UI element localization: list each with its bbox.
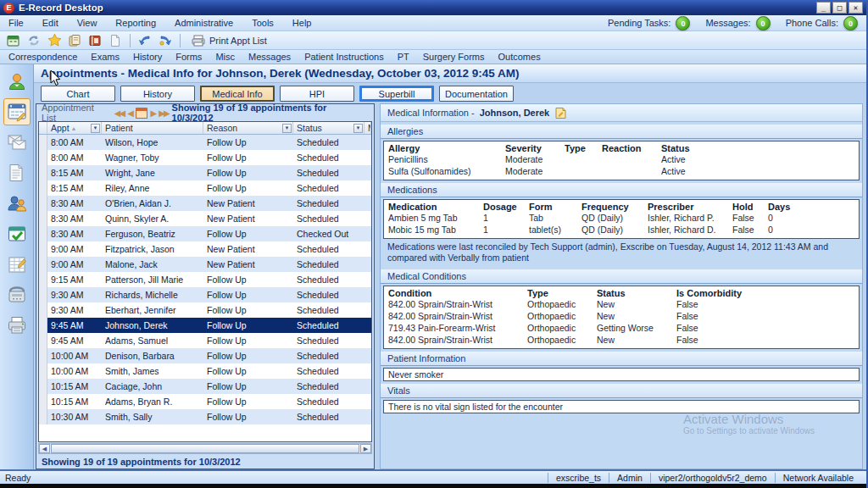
appointment-row[interactable]: 10:15 AM Caciage, John Follow Up Schedul… xyxy=(39,379,371,394)
favorites-star-icon[interactable] xyxy=(46,33,63,48)
row-selector[interactable] xyxy=(39,196,47,211)
fax-icon[interactable] xyxy=(3,312,31,339)
appointments-icon[interactable] xyxy=(3,98,31,125)
row-selector[interactable] xyxy=(39,363,47,379)
module-tab[interactable]: Patient Instructions xyxy=(304,52,384,62)
appointment-row[interactable]: 9:00 AM Fitzpatrick, Jason New Patient S… xyxy=(39,241,371,257)
appointment-row[interactable]: 8:30 AM Quinn, Skyler A. New Patient Sch… xyxy=(39,211,371,226)
medication-row[interactable]: Mobic 15 mg Tab 1 tablet(s) QD (Daily) I… xyxy=(388,224,854,236)
row-selector[interactable] xyxy=(39,272,47,287)
module-tab[interactable]: Messages xyxy=(248,52,291,62)
condition-row[interactable]: 842.00 Sprain/Strain-Wrist Orthopaedic N… xyxy=(388,310,854,322)
contacts-icon[interactable] xyxy=(3,190,31,217)
module-tab[interactable]: Surgery Forms xyxy=(423,52,485,62)
module-tab[interactable]: Correspondence xyxy=(8,52,77,62)
status-counter[interactable]: Phone Calls: 0 xyxy=(786,16,858,30)
appointment-row[interactable]: 10:30 AM Smith, Sally Follow Up Schedule… xyxy=(39,409,371,424)
minimize-button[interactable]: _ xyxy=(816,2,831,14)
appointment-row[interactable]: 9:15 AM Patterson, Jill Marie Follow Up … xyxy=(39,272,371,287)
patient-icon[interactable] xyxy=(3,68,31,95)
row-selector[interactable] xyxy=(39,287,47,302)
appointment-row[interactable]: 9:00 AM Malone, Jack New Patient Schedul… xyxy=(39,257,371,272)
appointment-row[interactable]: 9:30 AM Eberhart, Jennifer Follow Up Sch… xyxy=(39,302,371,318)
row-selector[interactable] xyxy=(39,318,47,333)
condition-row[interactable]: 842.00 Sprain/Strain-Wrist Orthopaedic N… xyxy=(388,298,854,310)
schedule-icon[interactable] xyxy=(5,33,22,48)
appointment-row[interactable]: 10:00 AM Denison, Barbara Follow Up Sche… xyxy=(39,348,371,363)
row-selector[interactable] xyxy=(39,180,47,196)
refresh-icon[interactable] xyxy=(25,33,42,48)
row-selector[interactable] xyxy=(39,394,47,409)
menu-item[interactable]: Edit xyxy=(42,18,58,28)
phone-icon[interactable] xyxy=(3,281,31,308)
last-day-icon[interactable]: ▶▶ xyxy=(159,108,168,118)
row-selector[interactable] xyxy=(39,257,47,272)
row-selector[interactable] xyxy=(39,302,47,318)
import-arrow-icon[interactable] xyxy=(157,33,174,48)
status-counter[interactable]: Pending Tasks: 0 xyxy=(608,16,690,30)
menu-item[interactable]: Reporting xyxy=(115,18,156,28)
menu-item[interactable]: Help xyxy=(292,18,312,28)
appointment-row[interactable]: 8:00 AM Wagner, Toby Follow Up Scheduled xyxy=(39,150,371,165)
subtab-button[interactable]: Documentation xyxy=(439,86,514,102)
row-selector[interactable] xyxy=(39,348,47,363)
appointment-row[interactable]: 9:45 AM Adams, Samuel Follow Up Schedule… xyxy=(39,333,371,348)
row-selector[interactable] xyxy=(39,409,47,424)
previous-day-icon[interactable]: ◀ xyxy=(127,108,132,118)
first-day-icon[interactable]: ◀◀ xyxy=(114,108,124,118)
mail-icon[interactable] xyxy=(3,129,31,156)
filter-dropdown-icon[interactable]: ▼ xyxy=(353,124,363,133)
status-counter[interactable]: Messages: 0 xyxy=(705,16,770,30)
module-tab[interactable]: Forms xyxy=(175,52,202,62)
subtab-button[interactable]: History xyxy=(120,86,195,102)
appointment-row[interactable]: 9:30 AM Richards, Michelle Follow Up Sch… xyxy=(39,287,371,302)
module-tab[interactable]: Misc xyxy=(215,52,235,62)
scroll-right-icon[interactable]: ▶ xyxy=(360,444,371,453)
subtab-button[interactable]: HPI xyxy=(280,86,354,102)
column-header-appt[interactable]: Appt▲▼ xyxy=(47,122,102,134)
print-appt-list-button[interactable]: Print Appt List xyxy=(186,33,272,48)
module-tab[interactable]: Outcomes xyxy=(498,52,541,62)
column-header-reason[interactable]: Reason▼ xyxy=(203,122,293,134)
condition-row[interactable]: 842.00 Sprain/Strain-Wrist Orthopaedic N… xyxy=(388,334,854,346)
module-tab[interactable]: PT xyxy=(398,52,409,62)
maximize-button[interactable]: □ xyxy=(832,2,847,14)
menu-item[interactable]: File xyxy=(8,18,24,28)
subtab-button[interactable]: Chart xyxy=(41,86,115,102)
appointment-row[interactable]: 9:45 AM Johnson, Derek Follow Up Schedul… xyxy=(39,318,371,333)
allergy-row[interactable]: Sulfa (Sulfonamides) Moderate Active xyxy=(388,165,854,177)
appointment-row[interactable]: 8:30 AM Ferguson, Beatriz Follow Up Chec… xyxy=(39,226,371,241)
scroll-left-icon[interactable]: ◀ xyxy=(39,444,50,453)
edit-note-icon[interactable] xyxy=(554,107,567,119)
filter-dropdown-icon[interactable]: ▼ xyxy=(282,124,292,133)
new-document-icon[interactable] xyxy=(107,33,124,48)
row-selector[interactable] xyxy=(39,150,47,165)
row-selector[interactable] xyxy=(39,333,47,348)
appointment-row[interactable]: 10:00 AM Smith, James Follow Up Schedule… xyxy=(39,363,371,379)
documents-icon[interactable] xyxy=(3,159,31,186)
appointment-row[interactable]: 8:15 AM Riley, Anne Follow Up Scheduled xyxy=(39,180,371,196)
book-icon[interactable] xyxy=(86,33,103,48)
subtab-button[interactable]: Superbill xyxy=(359,86,434,102)
row-selector[interactable] xyxy=(39,135,47,150)
scrollbar-thumb[interactable] xyxy=(51,444,359,453)
appointment-row[interactable]: 10:15 AM Adams, Bryan R. Follow Up Sched… xyxy=(39,394,371,409)
column-header-memo[interactable]: Memo xyxy=(364,122,371,134)
row-selector[interactable] xyxy=(39,241,47,257)
subtab-button[interactable]: Medical Info xyxy=(200,86,275,102)
module-tab[interactable]: Exams xyxy=(91,52,120,62)
menu-item[interactable]: View xyxy=(77,18,97,28)
row-selector[interactable] xyxy=(39,165,47,180)
close-button[interactable]: ✕ xyxy=(849,2,863,14)
allergy-row[interactable]: Penicillins Moderate Active xyxy=(388,153,854,165)
appointment-row[interactable]: 8:30 AM O'Brien, Aidan J. New Patient Sc… xyxy=(39,196,371,211)
menu-item[interactable]: Administrative xyxy=(175,18,233,28)
appointment-row[interactable]: 8:15 AM Wright, Jane Follow Up Scheduled xyxy=(39,165,371,180)
menu-item[interactable]: Tools xyxy=(252,18,274,28)
column-header-patient[interactable]: Patient xyxy=(102,122,203,134)
tasks-icon[interactable] xyxy=(3,220,31,247)
next-day-icon[interactable]: ▶ xyxy=(151,108,156,118)
horizontal-scrollbar[interactable]: ◀ ▶ xyxy=(38,443,372,454)
export-arrow-icon[interactable] xyxy=(136,33,153,48)
calendar-picker-icon[interactable] xyxy=(136,108,147,119)
